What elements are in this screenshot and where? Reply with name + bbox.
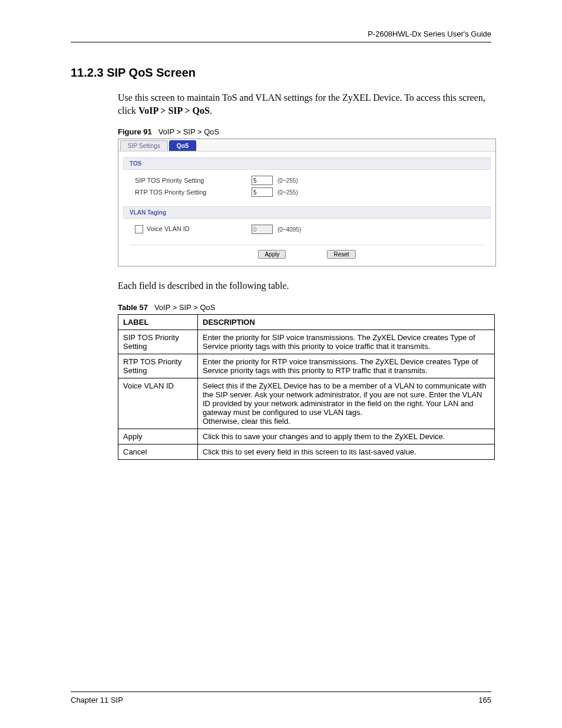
voice-vlan-input[interactable]	[252, 225, 273, 234]
voice-vlan-checkbox[interactable]	[135, 225, 143, 233]
vlan-section-header: VLAN Taging	[123, 206, 491, 219]
sip-tos-range: (0~255)	[277, 177, 298, 184]
th-description: DESCRIPTION	[198, 314, 495, 330]
table-row: RTP TOS Priority Setting Enter the prior…	[118, 354, 495, 378]
rtp-tos-input[interactable]	[252, 187, 273, 197]
tabs-row: SIP Settings QoS	[118, 139, 495, 151]
cell-desc: Click this to set every field in this sc…	[198, 444, 495, 459]
intro-paragraph: Use this screen to maintain ToS and VLAN…	[71, 91, 491, 117]
tos-section-header: TOS	[123, 157, 491, 170]
cell-desc: Select this if the ZyXEL Device has to b…	[198, 378, 495, 429]
sip-tos-input[interactable]	[252, 176, 273, 185]
th-label: LABEL	[118, 314, 198, 330]
rtp-tos-row: RTP TOS Priority Setting (0~255)	[135, 186, 488, 198]
figure-caption-text: VoIP > SIP > QoS	[158, 127, 220, 136]
rtp-tos-range: (0~255)	[277, 189, 298, 196]
footer-left: Chapter 11 SIP	[71, 696, 123, 704]
figure-caption: Figure 91 VoIP > SIP > QoS	[71, 127, 491, 136]
description-table: LABEL DESCRIPTION SIP TOS Priority Setti…	[118, 314, 495, 460]
cell-label: SIP TOS Priority Setting	[118, 330, 198, 354]
reset-button[interactable]: Reset	[327, 250, 355, 259]
cell-desc: Enter the priority for SIP voice transmi…	[198, 330, 495, 354]
tab-qos[interactable]: QoS	[169, 140, 197, 151]
cell-label: RTP TOS Priority Setting	[118, 354, 198, 378]
page-header: P-2608HWL-Dx Series User's Guide	[71, 29, 491, 42]
table-intro: Each field is described in the following…	[71, 279, 491, 292]
button-row: Apply Reset	[130, 245, 484, 260]
intro-text-bold: VoIP > SIP > QoS	[138, 106, 210, 116]
voice-vlan-range: (0~4095)	[277, 226, 301, 233]
intro-text-post: .	[210, 106, 212, 116]
table-caption: Table 57 VoIP > SIP > QoS	[71, 303, 491, 312]
section-heading: 11.2.3 SIP QoS Screen	[71, 66, 491, 80]
sip-tos-row: SIP TOS Priority Setting (0~255)	[135, 174, 488, 186]
table-label: Table 57	[118, 303, 148, 312]
sip-tos-label: SIP TOS Priority Setting	[135, 177, 247, 184]
tab-sip-settings[interactable]: SIP Settings	[120, 140, 168, 151]
table-row: SIP TOS Priority Setting Enter the prior…	[118, 330, 495, 354]
table-row: Apply Click this to save your changes an…	[118, 429, 495, 444]
cell-label: Apply	[118, 429, 198, 444]
cell-desc: Click this to save your changes and to a…	[198, 429, 495, 444]
apply-button[interactable]: Apply	[258, 250, 286, 259]
page-footer: Chapter 11 SIP 165	[71, 691, 491, 704]
qos-screenshot: SIP Settings QoS TOS SIP TOS Priority Se…	[118, 139, 496, 266]
cell-label: Cancel	[118, 444, 198, 459]
table-row: Cancel Click this to set every field in …	[118, 444, 495, 459]
cell-label: Voice VLAN ID	[118, 378, 198, 429]
footer-right: 165	[478, 696, 491, 704]
voice-vlan-label-wrap: Voice VLAN ID	[135, 225, 247, 233]
table-row: Voice VLAN ID Select this if the ZyXEL D…	[118, 378, 495, 429]
voice-vlan-label: Voice VLAN ID	[147, 225, 190, 232]
cell-desc: Enter the priority for RTP voice transmi…	[198, 354, 495, 378]
figure-label: Figure 91	[118, 127, 152, 136]
table-caption-text: VoIP > SIP > QoS	[154, 303, 216, 312]
voice-vlan-row: Voice VLAN ID (0~4095)	[135, 223, 488, 235]
rtp-tos-label: RTP TOS Priority Setting	[135, 189, 247, 196]
